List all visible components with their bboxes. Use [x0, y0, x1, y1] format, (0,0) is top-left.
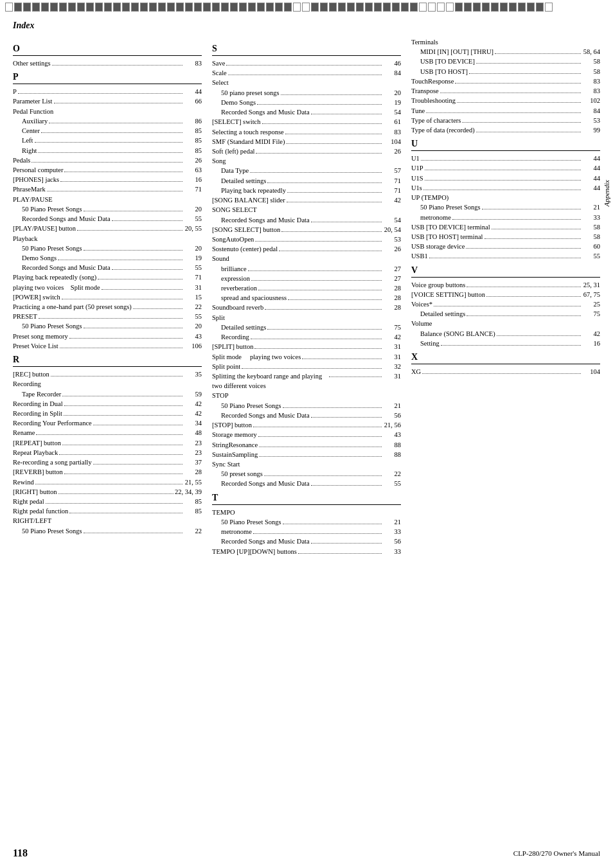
- bar-rect: [473, 3, 481, 12]
- index-entry: [SPLIT] button 31: [212, 342, 401, 351]
- bar-rect: [185, 3, 193, 12]
- entry-fill: [492, 224, 581, 229]
- entry-label: XG: [411, 367, 421, 376]
- entry-page: 22: [383, 469, 401, 479]
- index-entry: playing two voices Split mode 31: [13, 283, 202, 292]
- entry-fill: [288, 294, 382, 300]
- entry-fill: [59, 449, 182, 455]
- bar-rect: [320, 3, 328, 12]
- bar-rect: [464, 3, 472, 12]
- index-entry: [POWER] switch 15: [13, 292, 202, 302]
- index-entry: Recorded Songs and Music Data 55: [13, 214, 202, 224]
- index-entry-heading: TEMPO: [212, 508, 401, 517]
- entry-page: 102: [582, 96, 600, 105]
- entry-label: USB [TO HOST]: [420, 67, 468, 76]
- entry-fill: [262, 118, 382, 124]
- index-entry-heading: Playback: [13, 234, 202, 244]
- entry-label: playing two voices Split mode: [13, 283, 100, 292]
- entry-fill: [112, 264, 182, 270]
- bar-rect: [122, 3, 130, 12]
- entry-label: [PHONES] jacks: [13, 175, 59, 184]
- entry-label: Data Type: [221, 166, 249, 175]
- entry-fill: [93, 459, 182, 465]
- entry-page: 33: [582, 213, 600, 222]
- bar-rect: [545, 3, 553, 12]
- entry-label: Detailed settings: [420, 309, 465, 319]
- index-entry: Recorded Songs and Music Data 56: [212, 536, 401, 546]
- index-entry: Right 85: [13, 146, 202, 155]
- entry-label: [SPLIT] button: [212, 342, 253, 351]
- page-title: Index: [13, 21, 34, 30]
- entry-page: 61: [383, 117, 401, 127]
- entry-fill: [62, 294, 182, 299]
- entry-label: [POWER] switch: [13, 292, 60, 302]
- index-entry: StringResonance 88: [212, 440, 401, 450]
- entry-label: USB storage device: [411, 242, 465, 251]
- index-entry-heading: Split: [212, 313, 401, 323]
- page-header: Index: [13, 21, 600, 31]
- entry-label: Recording in Dual: [13, 399, 63, 409]
- entry-fill: [58, 254, 182, 260]
- section-s-letter: S: [212, 44, 401, 54]
- index-entry: reverberation 28: [212, 283, 401, 293]
- entry-label: expression: [221, 274, 250, 283]
- entry-page: 33: [383, 547, 401, 556]
- entry-page: 85: [184, 146, 202, 155]
- index-entry: Detailed settings 75: [212, 323, 401, 332]
- index-entry: Demo Songs 19: [212, 98, 401, 107]
- bar-rect: [104, 3, 112, 12]
- page: Index O Other settings 83 P P: [0, 0, 613, 868]
- entry-fill: [228, 69, 382, 75]
- entry-page: 20: [383, 88, 401, 98]
- entry-page: 26: [383, 244, 401, 254]
- index-columns: O Other settings 83 P P 44 Parameter Lis…: [13, 37, 600, 556]
- section-divider: [13, 84, 202, 84]
- entry-page: 42: [184, 409, 202, 418]
- entry-fill: [457, 97, 581, 103]
- entry-fill: [41, 127, 182, 133]
- index-entry: Recorded Songs and Music Data 56: [212, 411, 401, 420]
- entry-fill: [466, 310, 581, 316]
- bar-rect: [419, 3, 427, 12]
- index-entry: Detailed settings 75: [411, 309, 600, 319]
- bar-rect: [23, 3, 31, 12]
- entry-fill: [264, 470, 382, 476]
- entry-fill: [60, 342, 182, 348]
- entry-fill: [38, 147, 182, 153]
- index-entry: Recorded Songs and Music Data 54: [212, 107, 401, 117]
- top-bar: [0, 0, 613, 14]
- entry-page: 57: [383, 166, 401, 175]
- index-entry: Balance (SONG BLANCE) 42: [411, 329, 600, 339]
- bar-rect: [59, 3, 67, 12]
- entry-fill: [441, 340, 581, 346]
- index-entry: [RIGHT] button 22, 34, 39: [13, 487, 202, 497]
- entry-label: Recorded Songs and Music Data: [221, 215, 310, 225]
- entry-page: 21: [383, 517, 401, 527]
- entry-page: 42: [582, 329, 600, 339]
- entry-fill: [421, 155, 581, 161]
- entry-fill: [482, 204, 581, 209]
- bar-rect: [518, 3, 526, 12]
- entry-label: SustainSampling: [212, 450, 258, 459]
- entry-page: 42: [184, 399, 202, 409]
- entry-fill: [31, 157, 182, 163]
- index-entry-heading: Sync Start: [212, 459, 401, 469]
- bar-rect: [536, 3, 544, 12]
- entry-fill: [279, 245, 382, 251]
- entry-page: 66: [184, 96, 202, 106]
- index-entry: Voices* 25: [411, 299, 600, 309]
- section-p-letter: P: [13, 72, 202, 82]
- index-entry: Recorded Songs and Music Data 54: [212, 215, 401, 225]
- entry-fill: [311, 538, 382, 544]
- entry-page: 83: [582, 76, 600, 86]
- entry-label: [PLAY/PAUSE] button: [13, 224, 76, 233]
- entry-fill: [484, 233, 581, 239]
- entry-page: 20, 54: [383, 225, 401, 235]
- index-entry: Pedals 26: [13, 155, 202, 165]
- footer-page-number: 118: [13, 847, 28, 859]
- entry-page: 75: [383, 323, 401, 332]
- entry-fill: [462, 117, 581, 123]
- entry-label: Demo Songs: [221, 98, 256, 107]
- col-middle: S Save 46 Scale 84 Select 50 piano prese…: [212, 37, 401, 556]
- entry-page: 26: [383, 146, 401, 156]
